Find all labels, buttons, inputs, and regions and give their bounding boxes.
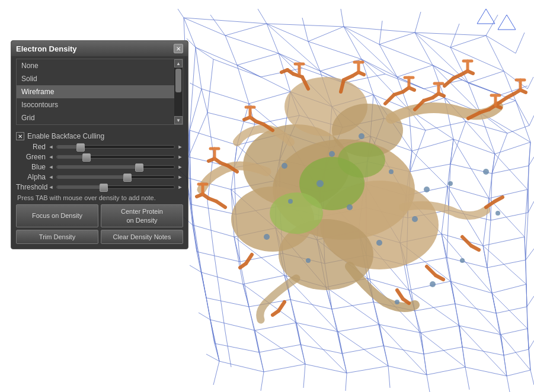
threshold-slider-fill bbox=[57, 186, 104, 188]
svg-point-500 bbox=[495, 211, 500, 216]
render-mode-grid[interactable]: Grid bbox=[17, 111, 174, 124]
svg-point-503 bbox=[395, 300, 399, 304]
render-mode-solid[interactable]: Solid bbox=[17, 72, 174, 85]
svg-point-489 bbox=[359, 133, 364, 139]
green-slider-label: Green bbox=[16, 153, 46, 161]
svg-point-495 bbox=[288, 199, 293, 204]
alpha-slider-right-arrow[interactable]: ► bbox=[177, 173, 183, 181]
render-mode-list: None Solid Wireframe Isocontours Grid ▲ … bbox=[16, 59, 183, 125]
scroll-thumb[interactable] bbox=[175, 69, 181, 92]
threshold-slider-left-arrow[interactable]: ◄ bbox=[48, 183, 54, 191]
blue-slider-label: Blue bbox=[16, 163, 46, 171]
svg-line-467 bbox=[282, 70, 287, 72]
panel-titlebar: Electron Density ✕ bbox=[11, 41, 188, 56]
alpha-slider-label: Alpha bbox=[16, 173, 46, 181]
backface-culling-checkbox[interactable]: ✕ bbox=[16, 132, 24, 140]
button-row-2: Trim Density Clear Density Notes bbox=[16, 230, 183, 244]
svg-point-494 bbox=[264, 234, 270, 240]
threshold-slider-thumb[interactable] bbox=[100, 184, 108, 192]
panel-title: Electron Density bbox=[16, 44, 77, 53]
electron-density-panel: Electron Density ✕ None Solid Wireframe … bbox=[11, 40, 188, 249]
render-mode-none[interactable]: None bbox=[17, 59, 174, 72]
render-mode-wireframe[interactable]: Wireframe bbox=[17, 85, 174, 98]
blue-slider-track[interactable] bbox=[56, 165, 175, 169]
green-slider-track[interactable] bbox=[56, 155, 175, 159]
threshold-slider-right-arrow[interactable]: ► bbox=[177, 183, 183, 191]
svg-point-499 bbox=[483, 169, 489, 175]
green-slider-thumb[interactable] bbox=[82, 153, 91, 162]
render-mode-list-wrapper: None Solid Wireframe Isocontours Grid ▲ … bbox=[14, 59, 186, 125]
alpha-slider-track[interactable] bbox=[56, 175, 175, 179]
svg-point-488 bbox=[282, 163, 287, 169]
svg-point-491 bbox=[424, 187, 430, 192]
scroll-down-arrow[interactable]: ▼ bbox=[174, 116, 183, 124]
alpha-slider-thumb[interactable] bbox=[123, 173, 132, 182]
trim-density-button[interactable]: Trim Density bbox=[16, 230, 98, 244]
center-protein-button[interactable]: Center Proteinon Density bbox=[101, 204, 183, 227]
green-slider-row: Green ◄ ► bbox=[16, 153, 183, 161]
svg-point-497 bbox=[412, 216, 418, 222]
svg-point-496 bbox=[329, 151, 335, 157]
threshold-slider-row: Threshold ◄ ► bbox=[16, 183, 183, 191]
red-slider-thumb[interactable] bbox=[76, 143, 85, 152]
blue-slider-right-arrow[interactable]: ► bbox=[177, 163, 183, 171]
alpha-slider-left-arrow[interactable]: ◄ bbox=[48, 173, 54, 181]
red-slider-fill bbox=[57, 146, 81, 148]
green-slider-fill bbox=[57, 156, 87, 158]
svg-point-486 bbox=[316, 180, 324, 187]
threshold-slider-track[interactable] bbox=[56, 185, 175, 189]
threshold-slider-label: Threshold bbox=[16, 183, 46, 191]
focus-density-button[interactable]: Focus on Density bbox=[16, 204, 98, 227]
red-slider-left-arrow[interactable]: ◄ bbox=[48, 143, 54, 151]
alpha-slider-fill bbox=[57, 176, 127, 178]
svg-point-432 bbox=[270, 192, 323, 234]
close-button[interactable]: ✕ bbox=[174, 44, 183, 53]
red-slider-row: Red ◄ ► bbox=[16, 143, 183, 151]
blue-slider-row: Blue ◄ ► bbox=[16, 163, 183, 171]
svg-point-501 bbox=[460, 258, 465, 263]
clear-density-notes-button[interactable]: Clear Density Notes bbox=[101, 230, 183, 244]
alpha-slider-row: Alpha ◄ ► bbox=[16, 173, 183, 181]
svg-point-493 bbox=[306, 258, 311, 263]
svg-point-490 bbox=[389, 169, 394, 174]
svg-point-498 bbox=[448, 181, 453, 186]
svg-point-433 bbox=[338, 142, 385, 178]
backface-culling-label: Enable Backface Culling bbox=[27, 132, 104, 140]
blue-slider-left-arrow[interactable]: ◄ bbox=[48, 163, 54, 171]
list-scrollbar[interactable]: ▲ ▼ bbox=[174, 59, 183, 124]
svg-point-492 bbox=[376, 240, 382, 246]
blue-slider-fill bbox=[57, 166, 139, 168]
backface-culling-row: ✕ Enable Backface Culling bbox=[16, 132, 183, 140]
scroll-up-arrow[interactable]: ▲ bbox=[174, 59, 183, 68]
render-mode-items: None Solid Wireframe Isocontours Grid bbox=[17, 59, 183, 124]
green-slider-left-arrow[interactable]: ◄ bbox=[48, 153, 54, 161]
panel-controls: ✕ Enable Backface Culling Red ◄ ► Green … bbox=[11, 127, 188, 249]
green-slider-right-arrow[interactable]: ► bbox=[177, 153, 183, 161]
red-slider-right-arrow[interactable]: ► bbox=[177, 143, 183, 151]
svg-point-487 bbox=[347, 204, 353, 210]
red-slider-track[interactable] bbox=[56, 145, 175, 149]
render-mode-isocontours[interactable]: Isocontours bbox=[17, 98, 174, 111]
tab-note: Press TAB with mouse over density to add… bbox=[17, 194, 182, 202]
red-slider-label: Red bbox=[16, 143, 46, 151]
blue-slider-thumb[interactable] bbox=[135, 163, 143, 172]
svg-point-502 bbox=[430, 281, 436, 287]
button-row-1: Focus on Density Center Proteinon Densit… bbox=[16, 204, 183, 227]
